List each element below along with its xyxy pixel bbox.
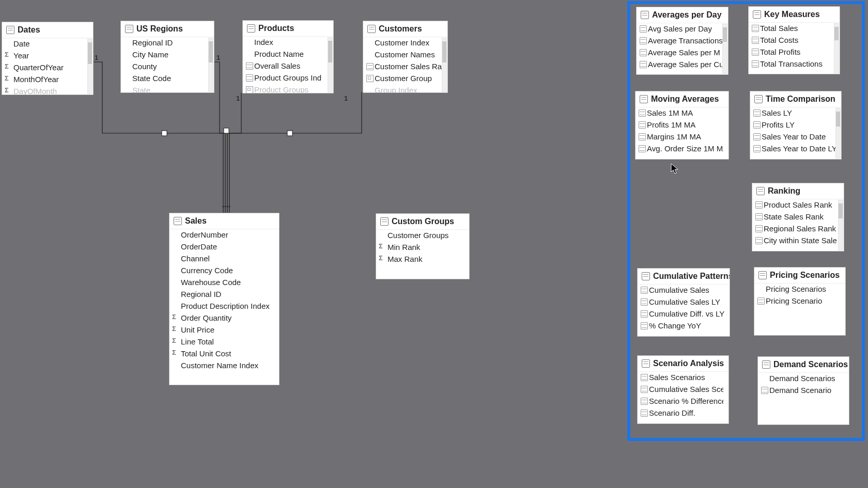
field-row[interactable]: Demand Scenarios	[758, 373, 844, 385]
field-row[interactable]: Date	[2, 38, 88, 50]
table-time-comparison[interactable]: Time Comparison Sales LYProfits LYSales …	[750, 91, 842, 160]
table-customers[interactable]: Customers Customer IndexCustomer NamesCu…	[363, 21, 448, 93]
field-row[interactable]: Customer Index	[363, 37, 442, 49]
field-row[interactable]: Product Sales Rank	[752, 199, 839, 211]
table-dates[interactable]: Dates DateYearQuarterOfYearMonthOfYearDa…	[2, 22, 94, 95]
table-averages-per-day[interactable]: Averages per Day Avg Sales per DayAverag…	[636, 7, 729, 75]
field-row[interactable]: Cumulative Sales LY	[638, 296, 724, 308]
field-row[interactable]: Customer Sales Ra	[363, 61, 442, 73]
field-row[interactable]: City Name	[121, 49, 209, 61]
table-custom-groups[interactable]: Custom Groups Customer GroupsMin RankMax…	[376, 213, 470, 279]
scrollbar[interactable]	[838, 200, 843, 250]
table-scenario-analysis[interactable]: Scenario Analysis Sales ScenariosCumulat…	[637, 355, 729, 424]
field-row[interactable]: Customer Name Index	[169, 360, 274, 372]
field-row[interactable]: Currency Code	[169, 265, 274, 277]
field-row[interactable]: Average Sales per M	[637, 47, 723, 59]
field-label: Customer Sales Ra	[375, 62, 442, 71]
scrollbar[interactable]	[834, 23, 839, 73]
field-row[interactable]: Average Sales per Cu	[637, 59, 723, 71]
field-row[interactable]: Avg Sales per Day	[637, 23, 723, 35]
field-row[interactable]: State Code	[121, 73, 209, 85]
field-label: State Sales Rank	[764, 212, 824, 221]
field-row[interactable]: Channel	[169, 253, 274, 265]
field-row[interactable]: Regional ID	[169, 289, 274, 301]
field-row[interactable]: Unit Price	[169, 324, 274, 336]
field-row[interactable]: Scenario % Difference	[638, 396, 723, 407]
field-row[interactable]: Margins 1M MA	[636, 131, 723, 143]
field-row[interactable]: Regional Sales Rank	[752, 223, 839, 235]
table-cumulative-patterns[interactable]: Cumulative Patterns Cumulative SalesCumu…	[637, 268, 730, 337]
table-demand-scenarios[interactable]: Demand Scenarios Demand ScenariosDemand …	[757, 356, 849, 425]
table-pricing-scenarios[interactable]: Pricing Scenarios Pricing ScenariosPrici…	[754, 267, 846, 336]
field-row[interactable]: Scenario Diff.	[638, 407, 723, 419]
field-row[interactable]: Order Quantity	[169, 312, 274, 324]
field-row[interactable]: Customer Groups	[376, 230, 464, 242]
field-row[interactable]: % Change YoY	[638, 320, 724, 332]
field-row[interactable]: OrderDate	[169, 241, 274, 253]
field-row[interactable]: Cumulative Diff. vs LY	[638, 308, 724, 320]
field-row[interactable]: Sales Year to Date	[750, 131, 836, 143]
field-label: Product Groups Ind	[254, 73, 321, 82]
field-row[interactable]: Index	[243, 37, 328, 49]
field-row[interactable]: Pricing Scenarios	[754, 284, 840, 295]
field-row[interactable]: City within State Sale	[752, 235, 839, 247]
field-row[interactable]: Total Profits	[749, 46, 834, 58]
field-row[interactable]: State Sales Rank	[752, 211, 839, 223]
svg-rect-6	[287, 131, 292, 136]
field-row[interactable]: Total Unit Cost	[169, 348, 274, 360]
scrollbar[interactable]	[442, 38, 447, 92]
field-row[interactable]: Sales LY	[750, 107, 836, 119]
table-title: Pricing Scenarios	[770, 271, 840, 280]
sigma-icon	[5, 64, 11, 70]
field-row[interactable]: Average Transactions	[637, 35, 723, 47]
field-row[interactable]: MonthOfYear	[2, 74, 88, 86]
field-row[interactable]: Overall Sales	[243, 60, 328, 72]
sigma-icon	[379, 244, 385, 250]
field-row[interactable]: Max Rank	[376, 254, 464, 265]
calculator-icon	[753, 145, 761, 152]
field-row[interactable]: Product Name	[243, 49, 328, 60]
field-row[interactable]: County	[121, 61, 209, 73]
scrollbar[interactable]	[208, 38, 213, 92]
table-ranking[interactable]: Ranking Product Sales RankState Sales Ra…	[752, 183, 844, 251]
field-row[interactable]: Cumulative Sales	[638, 285, 724, 296]
field-row[interactable]: OrderNumber	[169, 229, 274, 241]
scrollbar[interactable]	[835, 108, 841, 159]
field-row[interactable]: Profits LY	[750, 119, 836, 131]
table-sales[interactable]: Sales OrderNumberOrderDateChannelCurrenc…	[169, 213, 280, 385]
scrollbar[interactable]	[722, 24, 727, 74]
field-row[interactable]: Product Groups Ind	[243, 72, 328, 84]
field-row[interactable]: Total Sales	[749, 23, 834, 35]
field-row[interactable]: Year	[2, 50, 88, 62]
field-row[interactable]: Profits 1M MA	[636, 119, 723, 131]
field-row[interactable]: Product Description Index	[169, 301, 274, 312]
scrollbar[interactable]	[328, 37, 333, 92]
field-row[interactable]: Customer Names	[363, 49, 442, 61]
field-row[interactable]: Sales Year to Date LY	[750, 143, 836, 155]
field-row[interactable]: Demand Scenario	[758, 385, 844, 397]
table-moving-averages[interactable]: Moving Averages Sales 1M MAProfits 1M MA…	[635, 91, 729, 160]
table-products[interactable]: Products IndexProduct NameOverall SalesP…	[242, 20, 334, 93]
table-key-measures[interactable]: Key Measures Total SalesTotal CostsTotal…	[748, 6, 840, 74]
field-row[interactable]: QuarterOfYear	[2, 62, 88, 74]
field-row[interactable]: Total Costs	[749, 35, 834, 46]
field-row[interactable]: Sales Scenarios	[638, 372, 723, 384]
field-row[interactable]: DayOfMonth	[2, 86, 88, 95]
field-row[interactable]: Cumulative Sales Scena	[638, 384, 723, 396]
field-row[interactable]: State	[121, 85, 209, 92]
calculator-icon	[752, 37, 759, 44]
field-row[interactable]: Avg. Order Size 1M MA	[636, 143, 723, 155]
field-row[interactable]: Warehouse Code	[169, 277, 274, 289]
field-row[interactable]: Pricing Scenario	[754, 295, 840, 307]
field-row[interactable]: Total Transactions	[749, 58, 834, 70]
scrollbar[interactable]	[87, 39, 92, 94]
table-us-regions[interactable]: US Regions Regional IDCity NameCountySta…	[120, 21, 214, 93]
field-row[interactable]: Product Groups	[243, 84, 328, 93]
field-row[interactable]: Line Total	[169, 336, 274, 348]
calculator-icon	[639, 133, 646, 140]
field-row[interactable]: Min Rank	[376, 242, 464, 254]
field-row[interactable]: Regional ID	[121, 37, 209, 49]
field-row[interactable]: Sales 1M MA	[636, 107, 723, 119]
field-row[interactable]: Group Index	[363, 85, 442, 92]
field-row[interactable]: Customer Group	[363, 73, 442, 85]
